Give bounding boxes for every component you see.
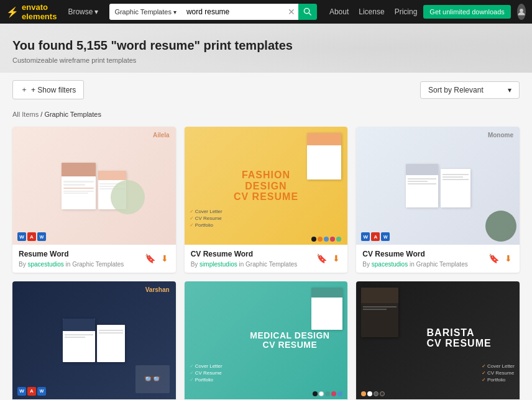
site-header: ⚡ envato elements Browse ▾ Graphic Templ… xyxy=(0,0,532,24)
card-2-thumbnail: FASHION DESIGNCV RESUME ✓ Cover Letter ✓… xyxy=(185,127,348,245)
logo-icon: ⚡ xyxy=(6,6,19,18)
card-3-download-button[interactable]: ⬇ xyxy=(503,252,513,265)
show-filters-button[interactable]: ＋ + Show filters xyxy=(12,80,84,99)
sort-chevron-icon: ▾ xyxy=(508,86,511,94)
browse-chevron-icon: ▾ xyxy=(94,7,98,16)
card-2-bookmark-button[interactable]: 🔖 xyxy=(315,252,328,265)
logo-text: envato elements xyxy=(22,2,57,21)
search-icon xyxy=(303,7,312,16)
card-2[interactable]: FASHION DESIGNCV RESUME ✓ Cover Letter ✓… xyxy=(185,127,348,273)
hero-section: You found 5,155 "word resume" print temp… xyxy=(0,24,532,73)
search-input[interactable] xyxy=(181,4,285,20)
result-type: print templates xyxy=(204,39,293,52)
card-1-author-link[interactable]: spacestudios xyxy=(27,261,63,268)
card-2-title: CV Resume Word xyxy=(191,250,316,260)
svg-point-2 xyxy=(520,9,523,12)
cta-button[interactable]: Get unlimited downloads xyxy=(423,5,510,19)
search-result-heading: You found 5,155 "word resume" print temp… xyxy=(12,39,520,53)
result-count: 5,155 xyxy=(76,39,108,52)
sort-dropdown[interactable]: Sort by Relevant ▾ xyxy=(420,81,520,99)
product-grid: Ailela xyxy=(0,122,532,400)
card-3-author: By spacestudios in Graphic Templates xyxy=(362,261,487,268)
logo[interactable]: ⚡ envato elements xyxy=(6,2,57,21)
card-2-author-link[interactable]: simplestudios xyxy=(200,261,237,268)
card-2-info: CV Resume Word By simplestudios in Graph… xyxy=(185,245,348,273)
card-3-author-link[interactable]: spacestudios xyxy=(372,261,408,268)
card-4-brand: Varshan xyxy=(145,286,170,293)
card-6[interactable]: BARISTACV RESUME ✓ Cover Letter ✓ CV Res… xyxy=(356,281,520,400)
svg-point-0 xyxy=(304,8,309,13)
nav-pricing[interactable]: Pricing xyxy=(395,7,418,16)
search-clear-button[interactable]: ✕ xyxy=(285,4,298,20)
card-1[interactable]: Ailela xyxy=(12,127,176,273)
category-chevron-icon: ▾ xyxy=(173,9,177,16)
card-1-brand: Ailela xyxy=(153,132,170,139)
svg-line-1 xyxy=(309,13,311,16)
card-3-title: CV Resume Word xyxy=(362,250,487,260)
card-3[interactable]: Monome xyxy=(356,127,520,273)
card-3-bookmark-button[interactable]: 🔖 xyxy=(487,252,500,265)
card-5-thumbnail: MEDICAL DESIGNCV RESUME ✓ Cover Letter ✓… xyxy=(185,281,348,399)
browse-label: Browse xyxy=(68,7,93,16)
card-1-author: By spacestudios in Graphic Templates xyxy=(19,261,144,268)
breadcrumb: All Items / Graphic Templates xyxy=(0,107,532,122)
filters-icon: ＋ xyxy=(21,84,28,95)
card-1-thumbnail: Ailela xyxy=(12,127,176,245)
card-2-download-button[interactable]: ⬇ xyxy=(331,252,341,265)
card-1-bookmark-button[interactable]: 🔖 xyxy=(144,252,157,265)
card-1-title: Resume Word xyxy=(19,250,144,260)
card-4-thumbnail: Varshan xyxy=(12,281,176,399)
card-5-brand-title: MEDICAL DESIGNCV RESUME xyxy=(250,330,329,350)
breadcrumb-graphic-templates: Graphic Templates xyxy=(44,111,101,118)
card-3-brand: Monome xyxy=(488,132,513,139)
hero-subtitle: Customizeable wireframe print templates xyxy=(12,57,520,64)
toolbar: ＋ + Show filters Sort by Relevant ▾ xyxy=(0,73,532,107)
main-nav: About License Pricing xyxy=(329,7,417,16)
search-category-dropdown[interactable]: Graphic Templates ▾ xyxy=(109,4,181,20)
card-3-info: CV Resume Word By spacestudios in Graphi… xyxy=(356,245,520,273)
card-4[interactable]: Varshan xyxy=(12,281,176,400)
nav-license[interactable]: License xyxy=(359,7,384,16)
breadcrumb-all-items[interactable]: All Items xyxy=(12,111,39,118)
card-3-thumbnail: Monome xyxy=(356,127,520,245)
card-6-brand-title: BARISTACV RESUME xyxy=(427,327,492,348)
card-2-author: By simplestudios in Graphic Templates xyxy=(191,261,316,268)
clear-icon: ✕ xyxy=(288,7,295,17)
card-2-brand-title: FASHION DESIGNCV RESUME xyxy=(225,170,306,202)
search-bar: Graphic Templates ▾ ✕ xyxy=(109,4,317,20)
result-query: "word resume" xyxy=(111,39,204,52)
category-label: Graphic Templates xyxy=(114,8,172,16)
search-submit-button[interactable] xyxy=(298,4,317,20)
user-avatar[interactable] xyxy=(517,4,526,20)
card-1-download-button[interactable]: ⬇ xyxy=(160,252,170,265)
card-6-thumbnail: BARISTACV RESUME ✓ Cover Letter ✓ CV Res… xyxy=(356,281,520,399)
card-5[interactable]: MEDICAL DESIGNCV RESUME ✓ Cover Letter ✓… xyxy=(185,281,348,400)
card-1-info: Resume Word By spacestudios in Graphic T… xyxy=(12,245,176,273)
user-icon xyxy=(517,7,526,16)
sort-label: Sort by Relevant xyxy=(428,86,484,94)
nav-about[interactable]: About xyxy=(329,7,349,16)
browse-button[interactable]: Browse ▾ xyxy=(63,7,103,16)
filters-label: + Show filters xyxy=(31,86,76,94)
